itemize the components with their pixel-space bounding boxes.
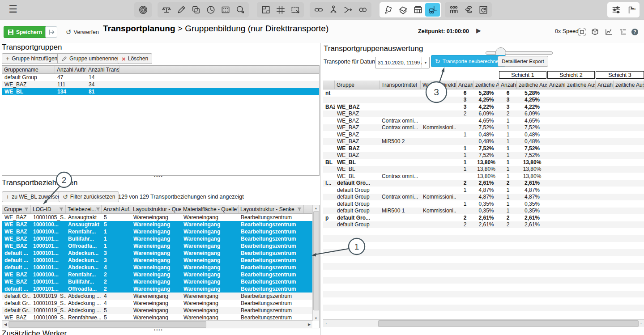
table-row[interactable]: default Group10,35%10,35% bbox=[323, 200, 644, 208]
pattern-icon[interactable] bbox=[218, 3, 233, 17]
column-header[interactable]: Anzahl bbox=[596, 81, 614, 89]
box-open-icon[interactable] bbox=[396, 3, 410, 17]
tree-icon[interactable] bbox=[617, 26, 628, 37]
pencil-icon[interactable] bbox=[174, 3, 188, 17]
help-icon[interactable]: ? bbox=[629, 26, 640, 37]
hscroll-thumb[interactable] bbox=[9, 321, 206, 328]
column-header[interactable]: Gruppe bbox=[335, 81, 380, 89]
vertical-scrollbar[interactable]: ▲▼ bbox=[312, 205, 319, 321]
play-button[interactable]: ▶ bbox=[476, 27, 481, 34]
pmf-icon[interactable]: PMF bbox=[623, 3, 638, 17]
scale-icon[interactable] bbox=[159, 3, 174, 17]
layers-icon[interactable] bbox=[188, 3, 203, 17]
table-row[interactable] bbox=[323, 270, 644, 277]
search-rotate-icon[interactable] bbox=[233, 3, 247, 17]
column-header[interactable] bbox=[323, 81, 335, 89]
hscroll-thumb[interactable] bbox=[378, 320, 639, 327]
spiral-icon[interactable] bbox=[136, 3, 150, 17]
splitter-handle[interactable]: •••• bbox=[154, 328, 163, 332]
column-header[interactable]: Layoutstruktur - Quelle bbox=[131, 205, 181, 213]
table-row[interactable] bbox=[323, 277, 644, 284]
discard-button[interactable]: ↺ Verwerfen bbox=[62, 26, 102, 38]
detailed-export-button[interactable]: Detaillierter Export bbox=[498, 56, 548, 67]
schedule-icon[interactable] bbox=[410, 3, 425, 17]
horizontal-scrollbar[interactable]: ◀▶ bbox=[2, 320, 312, 328]
table-row[interactable]: WE_BAZContrax omni...Kommissioni...7,52%… bbox=[323, 124, 644, 131]
scroll-left-icon[interactable]: ◀ bbox=[2, 321, 9, 328]
table-row[interactable]: WE_BAZ1000101...Offroadfa...1Wareneingan… bbox=[2, 242, 312, 250]
table-row[interactable]: WE_BAZ10,48%10,48% bbox=[323, 131, 644, 138]
filter-funnel-icon[interactable] bbox=[96, 207, 100, 212]
column-header[interactable]: Anzahl bbox=[456, 81, 473, 89]
column-header[interactable]: Teilebezei... bbox=[66, 205, 102, 213]
scroll-left-icon[interactable]: ‹ bbox=[323, 320, 329, 327]
table-row[interactable]: default GroupMiR500 1Kommissioni...0,35%… bbox=[323, 208, 644, 215]
frame-icon[interactable] bbox=[576, 26, 587, 37]
column-header[interactable]: Gruppenname bbox=[2, 66, 55, 73]
grid-icon[interactable] bbox=[273, 3, 288, 17]
column-header[interactable]: zeitliche Aus... bbox=[614, 81, 644, 89]
table-row[interactable] bbox=[323, 305, 644, 312]
clock-icon[interactable] bbox=[203, 3, 218, 17]
table-row[interactable] bbox=[323, 228, 644, 235]
forklift-icon[interactable] bbox=[425, 3, 440, 17]
column-header[interactable]: zeitliche Aus... bbox=[473, 81, 499, 89]
table-row[interactable]: pdefault Gro...22,61%22,61% bbox=[323, 214, 644, 221]
filter-funnel-icon[interactable] bbox=[297, 207, 302, 212]
column-header[interactable]: Anzahl bbox=[547, 81, 565, 89]
column-header[interactable]: zeitliche Aus... bbox=[565, 81, 596, 89]
scroll-up-icon[interactable]: ▲ bbox=[313, 205, 319, 211]
cube-icon[interactable] bbox=[589, 26, 600, 37]
column-header[interactable]: Gruppe bbox=[2, 205, 31, 213]
table-row[interactable]: default GroupContrax omni...Kommissioni.… bbox=[323, 194, 644, 201]
sliders-icon[interactable] bbox=[609, 3, 623, 17]
merge-icon[interactable] bbox=[341, 3, 355, 17]
table-row[interactable]: WE_BAZ1000101...Bullifahr...1Wareneingan… bbox=[2, 235, 312, 242]
coins-icon[interactable] bbox=[461, 3, 476, 17]
table-row[interactable]: default ...1000101...Abdeckun...4Warenei… bbox=[2, 264, 312, 271]
table-row[interactable]: WE_BAZMiR500 20,48%10,48% bbox=[323, 138, 644, 145]
table-row[interactable]: WE_BAZ26,09%26,09% bbox=[323, 110, 644, 118]
table-row[interactable]: WE_BAZ1000100...Rennfahr...1Wareneingang… bbox=[2, 228, 312, 235]
table-row[interactable]: default Gr...10001019_S...Abdeckung ...4… bbox=[2, 300, 312, 307]
table-row[interactable]: WE_BL13481 bbox=[2, 88, 319, 95]
chart-icon[interactable] bbox=[603, 26, 614, 37]
export-pipe-button[interactable] bbox=[45, 26, 57, 38]
panel-divider[interactable] bbox=[320, 43, 321, 335]
table-row[interactable]: nt65,28%65,28% bbox=[323, 89, 644, 97]
table-row[interactable] bbox=[323, 263, 644, 270]
save-button[interactable]: Speichern bbox=[4, 26, 46, 38]
table-row[interactable]: default Gr...10001019_S...Abdeckung ...4… bbox=[2, 293, 312, 300]
chain-icon[interactable] bbox=[355, 3, 370, 17]
person-split-icon[interactable] bbox=[326, 3, 341, 17]
column-header[interactable]: Materialfläche - Quelle bbox=[181, 205, 239, 213]
link-icon[interactable] bbox=[311, 3, 326, 17]
table-row[interactable]: default ...1000101...Abdeckun...3Warenei… bbox=[2, 257, 312, 264]
room-icon[interactable] bbox=[258, 3, 273, 17]
splitter-handle[interactable]: •••• bbox=[154, 174, 163, 179]
column-header[interactable]: zeitliche Aus... bbox=[517, 81, 547, 89]
vscroll-thumb[interactable] bbox=[313, 211, 319, 310]
table-row[interactable] bbox=[323, 297, 644, 305]
filter-funnel-icon[interactable] bbox=[24, 207, 29, 212]
table-row[interactable]: WE_BAZContrax omni...4,65%14,65% bbox=[323, 117, 644, 124]
table-row[interactable]: WE_BAZ1000100...Ansaugtrakt5Wareneingang… bbox=[2, 221, 312, 228]
column-header[interactable]: Anzahl bbox=[499, 81, 517, 89]
table-row[interactable]: BLWE_BL113,80%113,80% bbox=[323, 159, 644, 166]
buffer-icon[interactable] bbox=[476, 3, 490, 17]
workers-icon[interactable] bbox=[446, 3, 461, 17]
recalculate-transports-button[interactable]: ↻ Transporte neuberechnen bbox=[431, 55, 506, 67]
table-row[interactable] bbox=[323, 311, 644, 318]
table-row[interactable] bbox=[323, 235, 644, 242]
add-group-button[interactable]: + Gruppe hinzufügen bbox=[2, 53, 61, 64]
table-row[interactable]: WE_BLContrax omni...13,80%113,80% bbox=[323, 173, 644, 180]
column-header[interactable]: Transportmittel bbox=[380, 81, 421, 89]
rename-group-button[interactable]: Gruppe umbenennen bbox=[57, 53, 124, 64]
table-row[interactable]: default Group22,61%22,61% bbox=[323, 221, 644, 229]
column-header[interactable]: Werker Direkttra... bbox=[421, 81, 456, 89]
table-row[interactable]: default ...1000101...Offroadfa...2Warene… bbox=[2, 285, 312, 293]
box-tilt-icon[interactable] bbox=[381, 3, 396, 17]
assign-to-group-button[interactable]: + zu WE_BL zuweisen bbox=[2, 191, 65, 202]
table-row[interactable]: WE_BAZ10001005_S...Ansaugtrakt5Wareneing… bbox=[2, 214, 312, 221]
table-row[interactable]: default ...1000101...Abdeckun...3Warenei… bbox=[2, 250, 312, 257]
